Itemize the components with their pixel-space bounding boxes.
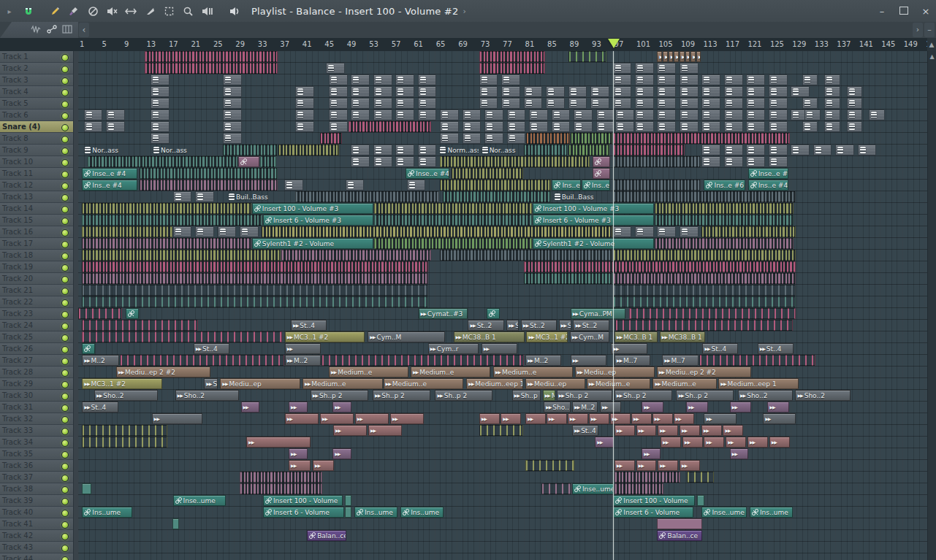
pattern-clip[interactable] (418, 145, 437, 156)
audio-clip[interactable]: ▶▶ (767, 402, 788, 413)
audio-pattern-strip[interactable] (701, 226, 796, 237)
audio-clip[interactable]: ▶▶ (246, 437, 310, 448)
track-mute-led[interactable] (61, 486, 69, 494)
pattern-clip[interactable] (507, 110, 526, 120)
audio-clip[interactable]: ▶▶ (723, 425, 743, 436)
pattern-clip[interactable] (657, 74, 676, 85)
track-header-38[interactable]: Track 38 (0, 483, 78, 495)
mute-icon[interactable] (104, 3, 120, 19)
stretch-icon[interactable] (123, 3, 139, 19)
audio-clip[interactable]: ▶▶Cym..r (428, 343, 479, 354)
track-header-17[interactable]: Track 17 (0, 238, 78, 250)
pattern-clip[interactable] (824, 110, 840, 120)
audio-clip[interactable]: ▶▶ (730, 448, 749, 459)
pattern-clip[interactable] (680, 121, 699, 132)
track-mute-led[interactable] (61, 218, 69, 225)
audio-pattern-strip[interactable] (452, 168, 523, 179)
audio-clip[interactable]: ▶▶ (657, 51, 662, 62)
pattern-clip[interactable] (657, 63, 676, 74)
pattern-clip[interactable] (418, 86, 437, 97)
automation-clip[interactable]: Inse..e #4 (406, 168, 449, 179)
pencil-draw-icon[interactable] (47, 3, 63, 19)
audio-pattern-strip[interactable] (613, 156, 701, 167)
audio-pattern-strip[interactable] (613, 180, 701, 191)
automation-clip[interactable]: Ins..e #6 (552, 180, 580, 191)
magnet-snap-icon[interactable] (20, 3, 37, 19)
audio-pattern-strip[interactable] (613, 273, 796, 284)
audio-pattern-strip[interactable] (613, 296, 796, 307)
audio-clip[interactable]: ▶▶ (669, 51, 674, 62)
pattern-clip[interactable] (463, 133, 482, 144)
pattern-clip[interactable] (351, 145, 370, 156)
automation-clip[interactable]: Insert 100 - Volume (613, 495, 695, 506)
pattern-clip[interactable] (240, 226, 259, 237)
audio-clip[interactable]: ▶▶M..2 (525, 355, 561, 366)
pattern-clip[interactable] (507, 121, 526, 132)
audio-clip[interactable]: ▶▶ (332, 402, 351, 413)
audio-clip[interactable]: ▶▶ (589, 413, 609, 424)
pattern-clip[interactable] (295, 98, 314, 109)
track-mute-led[interactable] (61, 101, 69, 108)
audio-clip[interactable]: ▶▶ (525, 413, 546, 424)
pattern-clip[interactable] (151, 110, 170, 120)
audio-pattern-strip[interactable] (655, 215, 794, 226)
pattern-clip[interactable] (568, 86, 587, 97)
track-header-8[interactable]: Track 8 (0, 133, 78, 145)
pattern-clip[interactable] (106, 110, 125, 120)
automation-clip[interactable]: Inse..ume (173, 495, 226, 506)
track-mute-led[interactable] (61, 288, 69, 295)
audio-pattern-strip[interactable] (374, 238, 531, 249)
audio-pattern-strip[interactable] (78, 308, 122, 319)
audio-pattern-strip[interactable] (349, 121, 431, 132)
clip[interactable] (697, 495, 704, 506)
pattern-clip[interactable] (804, 110, 821, 120)
pattern-clip[interactable] (635, 226, 654, 237)
pattern-clip[interactable] (769, 156, 788, 167)
audio-clip[interactable]: ▶▶Sho.. (544, 402, 571, 413)
pattern-clip[interactable] (351, 74, 370, 85)
track-header-16[interactable]: Track 16 (0, 226, 78, 238)
audio-clip[interactable]: ▶▶M..2 (82, 355, 119, 366)
track-mute-led[interactable] (61, 124, 69, 131)
audio-clip[interactable]: ▶▶MC38..B 1 (454, 331, 525, 342)
audio-pattern-strip[interactable] (374, 203, 531, 214)
pattern-clip[interactable] (440, 110, 459, 120)
pattern-clip[interactable] (373, 98, 392, 109)
audio-clip[interactable]: ▶▶ (289, 402, 308, 413)
minimize-button[interactable]: – (876, 6, 888, 17)
pattern-clip[interactable] (657, 86, 676, 97)
pattern-clip[interactable]: Norm..ass (437, 145, 478, 156)
audio-clip[interactable]: ▶▶ (658, 460, 678, 471)
pattern-clip[interactable] (173, 191, 192, 202)
audio-clip[interactable]: ▶▶Medium..e (493, 367, 573, 377)
playback-preview-icon[interactable] (199, 3, 215, 19)
track-header-27[interactable]: Track 27 (0, 355, 78, 367)
audio-clip[interactable]: ▶▶Sh..p 2 (615, 390, 672, 401)
pattern-clip[interactable] (173, 226, 192, 237)
pattern-clip[interactable] (524, 98, 543, 109)
pattern-clip[interactable] (346, 180, 365, 191)
pattern-clip[interactable] (395, 145, 414, 156)
audio-clip[interactable]: ▶▶Sho..2 (795, 390, 850, 401)
audio-clip[interactable]: ▶▶St (204, 378, 218, 389)
audio-clip[interactable]: ▶▶ (482, 343, 517, 354)
automation-clip[interactable]: Insert 6 - Volume #3 (533, 215, 655, 226)
audio-clip[interactable]: ▶▶ (568, 413, 588, 424)
zoom-magnifier-icon[interactable] (180, 3, 196, 19)
audio-pattern-strip[interactable] (613, 285, 796, 296)
pattern-clip[interactable] (395, 74, 414, 85)
track-header-28[interactable]: Track 28 (0, 367, 78, 378)
track-header-13[interactable]: Track 13 (0, 191, 78, 203)
track-header-24[interactable]: Track 24 (0, 320, 78, 331)
audio-pattern-strip[interactable] (120, 355, 284, 366)
audio-pattern-strip[interactable] (479, 425, 523, 436)
audio-clip[interactable]: ▶▶Sho..2 (738, 390, 793, 401)
pattern-clip[interactable] (574, 121, 593, 132)
track-mute-led[interactable] (61, 311, 69, 318)
track-mute-led[interactable] (61, 334, 69, 342)
track-header-19[interactable]: Track 19 (0, 261, 78, 273)
pattern-clip[interactable] (657, 98, 676, 109)
pattern-clip[interactable] (329, 110, 348, 120)
pattern-clip[interactable] (329, 98, 348, 109)
track-header-35[interactable]: Track 35 (0, 448, 78, 460)
